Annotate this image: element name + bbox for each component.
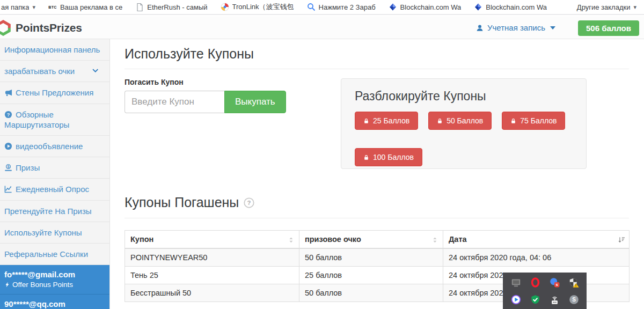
sort-icon <box>288 236 295 244</box>
defender-warning-icon[interactable] <box>569 277 579 288</box>
unlock-buttons: 25 Баллов50 Баллов75 Баллов100 Баллов <box>355 112 573 166</box>
account-email: 90*****@qq.com <box>4 299 105 308</box>
unlock-coupon-button[interactable]: 50 Баллов <box>428 112 492 130</box>
bookmark-item[interactable]: Blockchain.com Wa <box>389 3 462 11</box>
redeem-button[interactable]: Выкупать <box>224 91 286 113</box>
column-label: Дата <box>449 235 467 244</box>
sidebar-item-label: Обзорные Маршрутизаторы <box>4 110 69 129</box>
svg-text:?: ? <box>247 200 251 206</box>
table-cell: 50 баллов <box>299 284 443 302</box>
unlock-coupons-panel: Разблокируйте Купоны 25 Баллов50 Баллов7… <box>341 78 587 169</box>
monitor-icon[interactable] <box>511 277 521 288</box>
bookmark-label: EtherRush - самый <box>147 3 207 11</box>
sidebar-item[interactable]: ?Обзорные Маршрутизаторы <box>0 104 109 136</box>
help-icon[interactable]: ? <box>244 197 254 208</box>
sidebar-item[interactable]: Реферальные Ссылки <box>0 244 109 265</box>
redeem-input-group: Выкупать <box>125 91 286 113</box>
table-column-header[interactable]: Дата <box>443 231 630 249</box>
skype-icon[interactable]: S <box>569 295 579 305</box>
person-icon <box>476 24 484 32</box>
unlock-button-label: 25 Баллов <box>373 116 409 125</box>
points-badge[interactable]: 506 баллов <box>578 20 639 36</box>
lock-icon <box>363 154 369 161</box>
other-bookmarks-label: Другие закладки <box>577 3 631 11</box>
bookmark-item[interactable]: TronLink（波宝钱包 <box>221 2 294 12</box>
table-cell: Тень 25 <box>125 267 299 284</box>
unlock-coupon-button[interactable]: 25 Баллов <box>355 112 418 130</box>
svg-text:$: $ <box>8 165 10 169</box>
account-menu[interactable]: Учетная запись <box>476 23 557 32</box>
bookmark-label: Нажмите 2 Зараб <box>319 3 376 11</box>
table-column-header[interactable]: призовое очко <box>299 231 443 249</box>
sidebar-item[interactable]: видеообъявление <box>0 136 109 157</box>
chart-icon <box>4 185 12 193</box>
sidebar-account-block[interactable]: fo*****@gmail.comOffer Bonus Points <box>0 265 109 295</box>
magnifier-icon <box>307 3 316 11</box>
opera-icon[interactable] <box>530 277 540 288</box>
sidebar-nav: Информационная панельзарабатывать очкиСт… <box>0 39 110 309</box>
bolt-icon <box>4 281 10 288</box>
sidebar-item-label: Претендуйте На Призы <box>4 207 92 216</box>
main-content: Используйте Купоны Погасить Купон Выкупа… <box>111 39 644 309</box>
sidebar-item[interactable]: $Призы <box>0 157 109 179</box>
lock-icon <box>510 117 516 124</box>
megaphone-icon <box>4 89 12 97</box>
blockchain-icon <box>389 3 397 11</box>
sidebar-account-block[interactable]: 90*****@qq.comOffer Bonus Points <box>0 295 109 309</box>
media-player-icon[interactable] <box>511 295 521 305</box>
column-label: призовое очко <box>305 235 361 244</box>
bookmark-item[interactable]: EtherRush - самый <box>135 3 207 11</box>
bookmark-item[interactable]: Blockchain.com Wa <box>474 3 547 11</box>
account-label: Учетная запись <box>487 23 545 32</box>
table-header-row: Купонпризовое очкоДата <box>125 231 630 249</box>
chevron-down-icon <box>92 68 99 75</box>
dropdown-arrow-icon: ▾ <box>32 4 35 11</box>
bookmark-label: Blockchain.com Wa <box>400 3 462 11</box>
sidebar-item-label: Призы <box>16 163 40 172</box>
chevron-down-icon <box>549 24 557 32</box>
bookmark-item[interactable]: ая папка▾ <box>1 3 35 11</box>
sidebar-item[interactable]: зарабатывать очки <box>0 61 109 82</box>
unlock-button-label: 50 Баллов <box>447 116 483 125</box>
sidebar-item-label: Информационная панель <box>4 45 100 54</box>
account-email: fo*****@gmail.com <box>4 270 105 279</box>
divider <box>125 218 629 218</box>
sidebar-item-label: зарабатывать очки <box>4 67 75 76</box>
chat-app-icon[interactable]: s <box>550 277 560 288</box>
btc-icon: BTC <box>48 3 57 11</box>
page-title: Используйте Купоны <box>125 46 254 62</box>
bookmark-label: Ваша реклама в се <box>60 3 122 11</box>
sidebar-item[interactable]: Ежедневный Опрос <box>0 179 109 200</box>
unlock-coupon-button[interactable]: 75 Баллов <box>502 112 565 130</box>
sidebar-item[interactable]: Используйте Купоны <box>0 222 109 244</box>
unlock-button-label: 100 Баллов <box>373 153 414 161</box>
unlock-panel-title: Разблокируйте Купоны <box>355 89 586 104</box>
divider <box>125 69 629 69</box>
sidebar-item[interactable]: Информационная панель <box>0 39 109 61</box>
brand[interactable]: PointsPrizes <box>0 20 82 36</box>
table-column-header[interactable]: Купон <box>125 231 299 249</box>
antivirus-shield-icon[interactable] <box>530 295 540 305</box>
sidebar-item-label: Используйте Купоны <box>4 228 82 237</box>
bookmark-item[interactable]: Нажмите 2 Зараб <box>307 3 376 11</box>
sidebar-item[interactable]: Претендуйте На Призы <box>0 201 109 222</box>
bookmark-label: TronLink（波宝钱包 <box>232 2 294 12</box>
sort-icon <box>431 236 439 244</box>
bookmark-item[interactable]: BTCВаша реклама в се <box>48 3 122 11</box>
sidebar-item[interactable]: Стены Предложения <box>0 82 109 104</box>
radio-icon[interactable] <box>550 295 560 305</box>
lock-icon <box>363 117 369 124</box>
other-bookmarks-button[interactable]: Другие закладки ▾ <box>577 3 636 11</box>
column-label: Купон <box>130 235 153 244</box>
coupon-input[interactable] <box>125 91 224 113</box>
bookmarks-list: ая папка▾BTCВаша реклама в сеEtherRush -… <box>1 2 547 12</box>
system-tray-popup: sS <box>503 273 587 309</box>
site-header: PointsPrizes Учетная запись 506 баллов <box>0 16 644 39</box>
pointsprizes-logo-icon <box>0 20 13 36</box>
sidebar-item-label: видеообъявление <box>16 142 83 151</box>
money-icon: $ <box>4 164 12 172</box>
unlock-coupon-button[interactable]: 100 Баллов <box>355 148 422 166</box>
account-offer: Offer Bonus Points <box>4 281 105 289</box>
table-cell: 24 октября 2020 года, 04: 06 <box>443 248 630 267</box>
tronlink-icon <box>221 3 229 11</box>
